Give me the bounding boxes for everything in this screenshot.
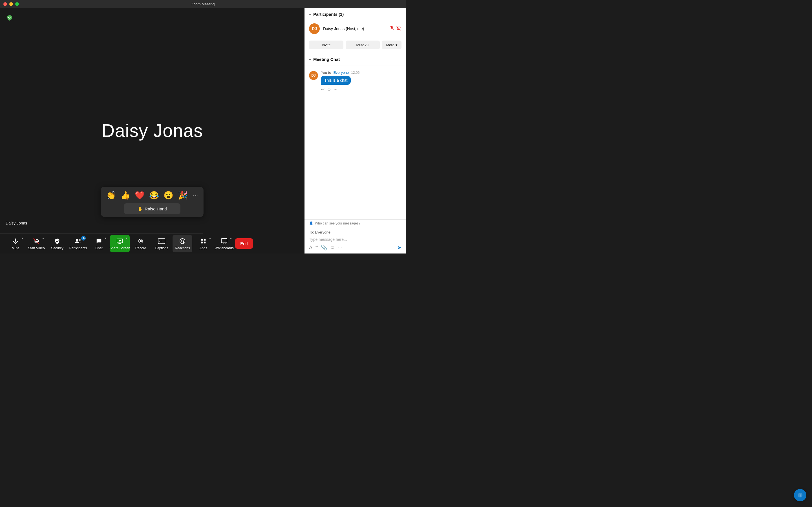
raise-hand-button[interactable]: ✋ Raise Hand [124, 203, 181, 214]
send-button[interactable]: ➤ [397, 244, 402, 251]
reactions-button[interactable]: + Reactions [172, 235, 192, 252]
participants-actions: Invite Mute All More ▾ [305, 37, 406, 53]
apps-label: Apps [199, 246, 207, 250]
video-off-icon [33, 237, 40, 245]
format-icon[interactable]: A [309, 245, 312, 251]
reaction-heart[interactable]: ❤️ [134, 189, 146, 201]
invite-button[interactable]: Invite [309, 41, 343, 49]
close-button[interactable] [3, 2, 7, 6]
whiteboards-button[interactable]: ▲ Whiteboards [214, 235, 234, 252]
apps-icon [200, 237, 206, 245]
share-screen-button[interactable]: ▲ Share Screen [110, 235, 130, 252]
reaction-laugh[interactable]: 😂 [148, 189, 160, 201]
emoji-icon[interactable]: ☺ [330, 245, 335, 251]
title-bar-controls [3, 2, 19, 6]
captions-icon: CC [158, 237, 165, 245]
main-container: Daisy Jonas Daisy Jonas 👏 👍 ❤️ 😂 😮 🎉 ···… [0, 8, 406, 253]
end-button[interactable]: End [235, 238, 253, 249]
chat-timestamp: 12:06 [351, 71, 359, 75]
whiteboards-caret: ▲ [230, 237, 232, 240]
svg-rect-14 [204, 239, 206, 240]
mute-all-button[interactable]: Mute All [346, 41, 380, 49]
record-label: Record [135, 246, 146, 250]
chat-chevron: ▾ [309, 57, 311, 62]
raise-hand-label: Raise Hand [145, 207, 167, 211]
chat-messages: DJ You to Everyone 12:06 This is a chat … [305, 66, 406, 219]
chat-bubble: This is a chat [321, 76, 351, 85]
mute-caret: ▲ [21, 237, 24, 240]
chat-to-row: To: Everyone [309, 230, 402, 234]
participant-icons [390, 26, 402, 32]
svg-text:+: + [182, 242, 183, 243]
video-caret: ▲ [42, 237, 45, 240]
participant-row: DJ Daisy Jonas (Host, me) [305, 20, 406, 37]
shield-badge [6, 13, 13, 21]
share-screen-icon [116, 237, 123, 245]
participants-button[interactable]: 1 ▲ Participants [68, 235, 88, 252]
chat-more-icon[interactable]: ··· [338, 245, 342, 251]
chat-message-row: DJ You to Everyone 12:06 This is a chat … [309, 70, 402, 92]
who-can-see-text: Who can see your messages? [315, 221, 360, 225]
emoji-react-icon[interactable]: ☺ [327, 87, 331, 92]
chat-avatar: DJ [309, 71, 318, 80]
svg-point-9 [181, 240, 182, 241]
window-title: Zoom Meeting [191, 2, 214, 6]
more-actions-icon[interactable]: ··· [334, 87, 337, 92]
captions-button[interactable]: CC Captions [152, 235, 171, 252]
chat-toolbar: A ❝ 📎 ☺ ··· ➤ [309, 244, 402, 251]
apps-caret: ▲ [209, 237, 211, 240]
reaction-clap[interactable]: 👏 [105, 189, 117, 201]
reply-icon[interactable]: ↩ [321, 87, 324, 92]
svg-line-0 [34, 238, 39, 244]
chat-recipient: Everyone [333, 70, 349, 75]
svg-point-1 [76, 239, 78, 241]
apps-button[interactable]: ▲ Apps [193, 235, 213, 252]
mic-muted-icon [390, 26, 394, 32]
more-label: More [386, 43, 395, 47]
reaction-thumbsup[interactable]: 👍 [119, 189, 132, 201]
participant-avatar: DJ [309, 23, 320, 34]
start-video-button[interactable]: ▲ Start Video [27, 235, 46, 252]
chat-message-meta: You to Everyone 12:06 [321, 70, 402, 75]
participant-name-display: Daisy Jonas [101, 120, 203, 141]
svg-point-5 [140, 240, 142, 242]
participants-header[interactable]: ▾ Participants (1) [305, 8, 406, 20]
mute-label: Mute [12, 246, 19, 250]
title-bar: Zoom Meeting [0, 0, 406, 8]
maximize-button[interactable] [15, 2, 19, 6]
mute-button[interactable]: ▲ Mute [6, 235, 26, 252]
reaction-wow[interactable]: 😮 [162, 189, 174, 201]
chat-header[interactable]: ▾ Meeting Chat [305, 53, 406, 66]
svg-point-2 [79, 239, 81, 241]
more-chevron-icon: ▾ [396, 43, 398, 47]
more-button[interactable]: More ▾ [382, 41, 402, 49]
participants-section-title: Participants (1) [313, 12, 344, 17]
record-button[interactable]: Record [131, 235, 151, 252]
chat-section: ▾ Meeting Chat DJ You to Everyone 12:06 … [305, 53, 406, 253]
participants-label: Participants [69, 246, 87, 250]
right-panel: ▾ Participants (1) DJ Daisy Jonas (Host,… [305, 8, 406, 253]
svg-rect-17 [221, 238, 227, 243]
shield-icon [54, 237, 60, 245]
security-button[interactable]: Security [47, 235, 67, 252]
raise-hand-icon: ✋ [138, 206, 143, 211]
reaction-party[interactable]: 🎉 [177, 189, 189, 201]
reactions-emoji-row: 👏 👍 ❤️ 😂 😮 🎉 ··· [105, 189, 200, 201]
minimize-button[interactable] [9, 2, 13, 6]
svg-point-10 [183, 240, 184, 241]
chat-section-title: Meeting Chat [313, 57, 340, 62]
chat-input[interactable] [309, 236, 402, 243]
participant-name-text: Daisy Jonas (Host, me) [323, 26, 386, 31]
reactions-icon: + [179, 237, 186, 245]
chat-label: Chat [95, 246, 102, 250]
chat-caret: ▲ [104, 237, 107, 240]
reactions-more-button[interactable]: ··· [191, 191, 200, 200]
attachment-icon[interactable]: 📎 [321, 244, 327, 251]
captions-label: Captions [155, 246, 168, 250]
reactions-popup: 👏 👍 ❤️ 😂 😮 🎉 ··· ✋ Raise Hand [101, 187, 204, 217]
participants-icon: 1 [74, 237, 82, 245]
chat-button[interactable]: ▲ Chat [89, 235, 109, 252]
quote-icon[interactable]: ❝ [315, 244, 318, 251]
chat-icon [96, 237, 102, 245]
who-can-see-icon: 👤 [309, 221, 313, 225]
